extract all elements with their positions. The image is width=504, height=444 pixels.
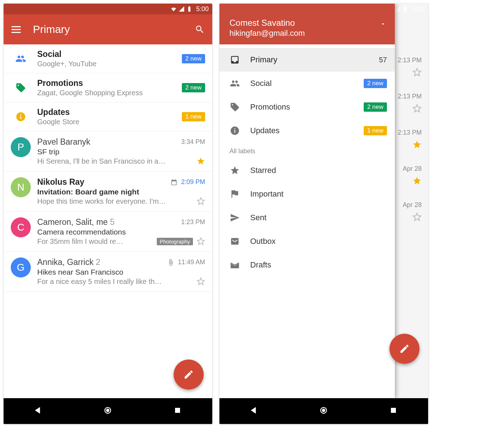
drawer-item-star[interactable]: Starred	[219, 159, 395, 182]
drawer-item-promotions[interactable]: Promotions 2 new	[219, 95, 395, 119]
account-email: hikingfan@gmail.com	[229, 29, 375, 38]
android-navbar	[4, 398, 212, 424]
drawer-account-header[interactable]: Comest Savatino hikingfan@gmail.com	[219, 4, 395, 44]
drawer-section-header: All labels	[219, 143, 395, 159]
email-subject: SF trip	[37, 148, 205, 156]
updates-icon	[11, 110, 31, 124]
email-snippet: For 35mm film I would re…	[37, 237, 153, 246]
compose-fab[interactable]	[389, 334, 420, 364]
sender-avatar[interactable]: N	[11, 177, 31, 197]
status-bar: 5:00	[4, 4, 212, 14]
drafts-icon	[229, 260, 240, 270]
battery-icon	[186, 6, 193, 12]
new-badge: 1 new	[182, 112, 205, 121]
drawer-item-label: Outbox	[250, 237, 276, 246]
send-icon	[229, 212, 240, 223]
label-tag: Photography	[157, 238, 193, 245]
toolbar-title: Primary	[33, 23, 186, 35]
drawer-item-label: Drafts	[250, 260, 271, 270]
recents-icon[interactable]	[173, 405, 183, 417]
navigation-drawer: Comest Savatino hikingfan@gmail.com Prim…	[219, 4, 395, 398]
email-subject: Hikes near San Francisco	[37, 268, 205, 276]
email-row[interactable]: C Cameron, Salit, me 5 1:23 PM Camera re…	[4, 212, 212, 252]
back-icon[interactable]	[33, 405, 43, 417]
star-icon[interactable]	[412, 212, 422, 222]
category-subtitle: Google Store	[37, 118, 175, 126]
drawer-item-label: Important	[250, 189, 284, 199]
updates-icon	[229, 125, 240, 136]
menu-icon[interactable]	[10, 23, 22, 35]
signal-icon	[178, 6, 185, 12]
drawer-item-social[interactable]: Social 2 new	[219, 72, 395, 95]
drawer-item-label: Starred	[250, 166, 276, 175]
drawer-item-outbox[interactable]: Outbox	[219, 230, 395, 253]
svg-point-11	[322, 409, 325, 412]
svg-rect-12	[391, 408, 396, 413]
sender-name: Annika, Garrick 2	[37, 257, 164, 267]
new-badge: 2 new	[182, 83, 205, 92]
compose-fab[interactable]	[174, 359, 204, 390]
email-subject: Camera recommendations	[37, 228, 205, 236]
sender-avatar[interactable]: P	[11, 137, 31, 157]
email-row[interactable]: G Annika, Garrick 2 11:49 AM Hikes near …	[4, 252, 212, 292]
new-badge: 2 new	[364, 102, 387, 112]
inbox-list[interactable]: Social Google+, YouTube 2 new Promotions…	[4, 44, 212, 398]
svg-rect-1	[20, 116, 21, 119]
svg-rect-8	[234, 128, 235, 129]
svg-point-4	[106, 409, 110, 412]
item-count: 57	[379, 56, 387, 64]
drawer-item-drafts[interactable]: Drafts	[219, 253, 395, 277]
status-time: 5:00	[196, 5, 209, 13]
promotions-icon	[229, 102, 240, 112]
home-icon[interactable]	[103, 405, 113, 417]
star-icon[interactable]	[412, 68, 422, 77]
flag-icon	[229, 189, 240, 199]
drawer-item-label: Primary	[250, 55, 277, 64]
category-subtitle: Google+, YouTube	[37, 60, 175, 68]
category-title: Promotions	[37, 78, 175, 88]
star-icon[interactable]	[412, 140, 422, 149]
sender-name: Nikolus Ray	[37, 177, 167, 187]
promotions-icon	[11, 81, 31, 95]
email-row[interactable]: P Pavel Baranyk 3:34 PM SF trip Hi Seren…	[4, 131, 212, 172]
email-row[interactable]: N Nikolus Ray 2:09 PM Invitation: Board …	[4, 172, 212, 212]
sender-avatar[interactable]: C	[11, 217, 31, 237]
drawer-item-updates[interactable]: Updates 1 new	[219, 119, 395, 143]
chevron-down-icon[interactable]	[380, 21, 386, 29]
star-icon[interactable]	[197, 237, 205, 246]
svg-rect-5	[175, 408, 180, 413]
category-row-updates[interactable]: Updates Google Store 1 new	[4, 102, 212, 131]
email-snippet: Hope this time works for everyone. I'm…	[37, 197, 193, 206]
drawer-item-label: Social	[250, 79, 272, 88]
outbox-icon	[229, 236, 240, 247]
drawer-item-inbox[interactable]: Primary 57	[219, 48, 395, 72]
star-icon[interactable]	[412, 176, 422, 185]
category-row-social[interactable]: Social Google+, YouTube 2 new	[4, 44, 212, 73]
star-icon[interactable]	[412, 104, 422, 113]
drawer-item-label: Sent	[250, 213, 266, 222]
thread-count: 2	[96, 257, 101, 267]
recents-icon[interactable]	[388, 405, 398, 417]
star-icon[interactable]	[197, 197, 205, 206]
sender-avatar[interactable]: G	[11, 257, 31, 278]
category-row-promotions[interactable]: Promotions Zagat, Google Shopping Expres…	[4, 73, 212, 102]
star-icon	[229, 165, 240, 176]
email-timestamp: 2:13 PM	[398, 129, 422, 136]
star-icon[interactable]	[197, 157, 205, 165]
svg-rect-2	[20, 114, 21, 115]
category-title: Social	[37, 49, 175, 59]
drawer-item-send[interactable]: Sent	[219, 206, 395, 230]
back-icon[interactable]	[249, 405, 259, 417]
sender-name: Cameron, Salit, me 5	[37, 217, 178, 227]
star-icon[interactable]	[197, 277, 205, 286]
thread-count: 5	[110, 217, 115, 227]
social-icon	[11, 52, 31, 66]
home-icon[interactable]	[319, 405, 329, 417]
inbox-icon	[229, 54, 240, 65]
drawer-item-flag[interactable]: Important	[219, 182, 395, 206]
search-icon[interactable]	[194, 23, 206, 35]
sender-name: Pavel Baranyk	[37, 137, 178, 147]
toolbar: Primary	[4, 14, 212, 44]
email-timestamp: 2:09 PM	[181, 178, 205, 186]
email-timestamp: 11:49 AM	[178, 259, 205, 266]
